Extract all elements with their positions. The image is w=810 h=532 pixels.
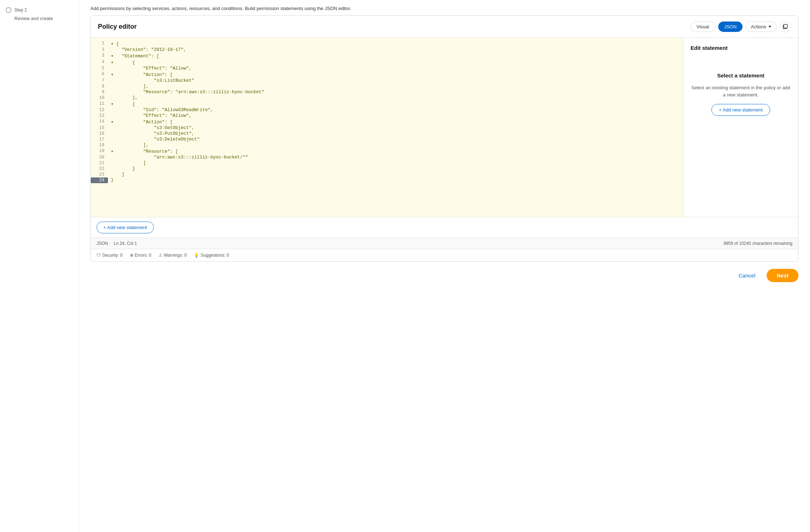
top-description: Add permissions by selecting services, a… xyxy=(90,0,799,15)
line-number: 14 xyxy=(91,119,108,125)
code-line: 20 "arn:aws:s3:::zilliz-byoc-bucket/*" xyxy=(91,155,683,160)
line-content: "Resource": "arn:aws:s3:::zilliz-byoc-bu… xyxy=(108,89,683,95)
errors-item: ⊗ Errors: 0 xyxy=(130,253,151,258)
errors-icon: ⊗ xyxy=(130,253,133,258)
line-number: 17 xyxy=(91,137,108,142)
validation-bar: 🛡 Security: 0 ⊗ Errors: 0 ⚠ Warnings: 0 … xyxy=(91,249,798,261)
line-content: "s3:DeleteObject" xyxy=(108,137,683,142)
line-content: ] xyxy=(108,172,683,177)
code-line: 11▾ { xyxy=(91,101,683,107)
code-line: 18 ], xyxy=(91,142,683,148)
line-number: 13 xyxy=(91,113,108,119)
code-line: 5 "Effect": "Allow", xyxy=(91,66,683,71)
code-line: 3▾ "Statement": [ xyxy=(91,53,683,59)
bottom-actions: Cancel Next xyxy=(90,262,799,282)
line-number: 23 xyxy=(91,172,108,177)
line-content: "s3:PutObject", xyxy=(108,131,683,137)
code-panel[interactable]: 1▾ {2 "Version": "2012-10-17",3▾ "Statem… xyxy=(91,38,683,217)
status-bar: JSON Ln 24, Col 1 9959 of 10240 characte… xyxy=(91,238,798,249)
json-button[interactable]: JSON xyxy=(718,22,743,32)
line-content: ▾ { xyxy=(108,59,683,66)
line-content: ], xyxy=(108,142,683,148)
line-number: 3 xyxy=(91,53,108,59)
line-content: ▾ "Statement": [ xyxy=(108,53,683,59)
code-line: 1▾ { xyxy=(91,41,683,47)
code-line: 13 "Effect": "Allow", xyxy=(91,113,683,119)
line-content: "s3:GetObject", xyxy=(108,125,683,131)
line-number: 22 xyxy=(91,166,108,172)
line-content: }, xyxy=(108,95,683,101)
line-number: 15 xyxy=(91,125,108,131)
status-bar-left: JSON Ln 24, Col 1 xyxy=(96,241,137,246)
warnings-label: Warnings: 0 xyxy=(164,253,187,258)
editor-footer: + Add new statement JSON Ln 24, Col 1 99… xyxy=(91,217,798,261)
line-content: ▾ "Resource": [ xyxy=(108,148,683,155)
warnings-item: ⚠ Warnings: 0 xyxy=(159,253,187,258)
line-number: 18 xyxy=(91,142,108,148)
code-line: 16 "s3:PutObject", xyxy=(91,131,683,137)
select-statement-desc: Select an existing statement in the poli… xyxy=(691,84,791,98)
line-number: 24 xyxy=(91,177,108,183)
step2-circle xyxy=(6,7,11,13)
errors-label: Errors: 0 xyxy=(135,253,151,258)
cancel-button[interactable]: Cancel xyxy=(733,270,761,281)
chevron-down-icon xyxy=(768,26,771,28)
line-content: ] xyxy=(108,160,683,166)
code-line: 7 "s3:ListBucket" xyxy=(91,78,683,84)
line-number: 16 xyxy=(91,131,108,137)
code-line: 8 ], xyxy=(91,84,683,89)
code-line: 19▾ "Resource": [ xyxy=(91,148,683,155)
code-line: 21 ] xyxy=(91,160,683,166)
copy-icon-button[interactable] xyxy=(780,21,791,32)
line-number: 12 xyxy=(91,107,108,113)
visual-button[interactable]: Visual xyxy=(691,22,715,32)
page-wrapper: Step 2 Review and create Add permissions… xyxy=(0,0,810,532)
line-content: } xyxy=(108,177,683,183)
security-label: Security: 0 xyxy=(102,253,123,258)
line-content: "Sid": "AllowS3ReadWrite", xyxy=(108,107,683,113)
add-statement-bar: + Add new statement xyxy=(91,217,798,238)
main-content: Add permissions by selecting services, a… xyxy=(79,0,810,532)
next-button[interactable]: Next xyxy=(767,269,799,282)
code-line: 4▾ { xyxy=(91,59,683,66)
line-number: 2 xyxy=(91,47,108,53)
code-line: 9 "Resource": "arn:aws:s3:::zilliz-byoc-… xyxy=(91,89,683,95)
line-number: 6 xyxy=(91,71,108,78)
actions-button[interactable]: Actions xyxy=(745,22,777,32)
add-new-statement-button[interactable]: + Add new statement xyxy=(96,222,154,233)
chars-remaining-label: 9959 of 10240 characters remaining xyxy=(724,241,792,246)
line-number: 1 xyxy=(91,41,108,47)
position-label: Ln 24, Col 1 xyxy=(114,241,137,246)
svg-rect-1 xyxy=(784,24,787,28)
editor-title: Policy editor xyxy=(98,23,137,30)
warnings-icon: ⚠ xyxy=(159,253,163,258)
line-content: "Effect": "Allow", xyxy=(108,66,683,71)
add-new-statement-right-button[interactable]: + Add new statement xyxy=(711,104,770,116)
step2-label: Step 2 xyxy=(14,8,27,13)
line-number: 20 xyxy=(91,155,108,160)
security-item: 🛡 Security: 0 xyxy=(96,253,123,258)
sidebar: Step 2 Review and create xyxy=(0,0,79,532)
editor-header: Policy editor Visual JSON Actions xyxy=(91,16,798,38)
line-number: 7 xyxy=(91,78,108,84)
line-content: "Effect": "Allow", xyxy=(108,113,683,119)
line-content: ▾ { xyxy=(108,41,683,47)
line-content: ▾ "Action": [ xyxy=(108,71,683,78)
code-line: 17 "s3:DeleteObject" xyxy=(91,137,683,142)
line-number: 8 xyxy=(91,84,108,89)
line-number: 9 xyxy=(91,89,108,95)
code-line: 24} xyxy=(91,177,683,183)
line-content: "Version": "2012-10-17", xyxy=(108,47,683,53)
suggestions-label: Suggestions: 0 xyxy=(201,253,229,258)
line-content: } xyxy=(108,166,683,172)
line-content: ▾ { xyxy=(108,101,683,107)
select-statement-section: Select a statement Select an existing st… xyxy=(691,58,791,130)
line-number: 4 xyxy=(91,59,108,66)
line-content: ▾ "Action": [ xyxy=(108,119,683,125)
copy-icon xyxy=(782,24,788,29)
code-line: 2 "Version": "2012-10-17", xyxy=(91,47,683,53)
line-number: 21 xyxy=(91,160,108,166)
line-content: "arn:aws:s3:::zilliz-byoc-bucket/*" xyxy=(108,155,683,160)
code-line: 6▾ "Action": [ xyxy=(91,71,683,78)
line-number: 19 xyxy=(91,148,108,155)
